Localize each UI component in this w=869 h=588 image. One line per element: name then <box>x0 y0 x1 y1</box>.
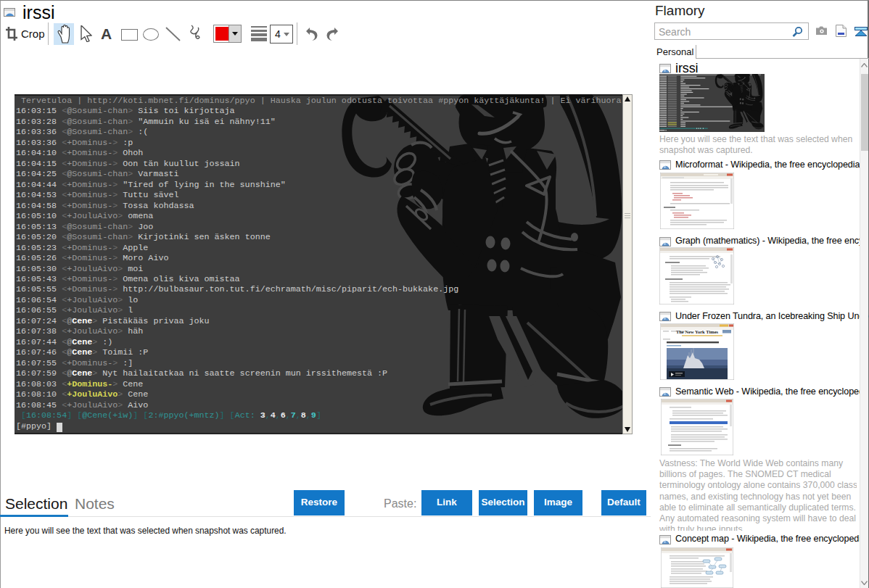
svg-text:The New York Times: The New York Times <box>676 329 719 334</box>
